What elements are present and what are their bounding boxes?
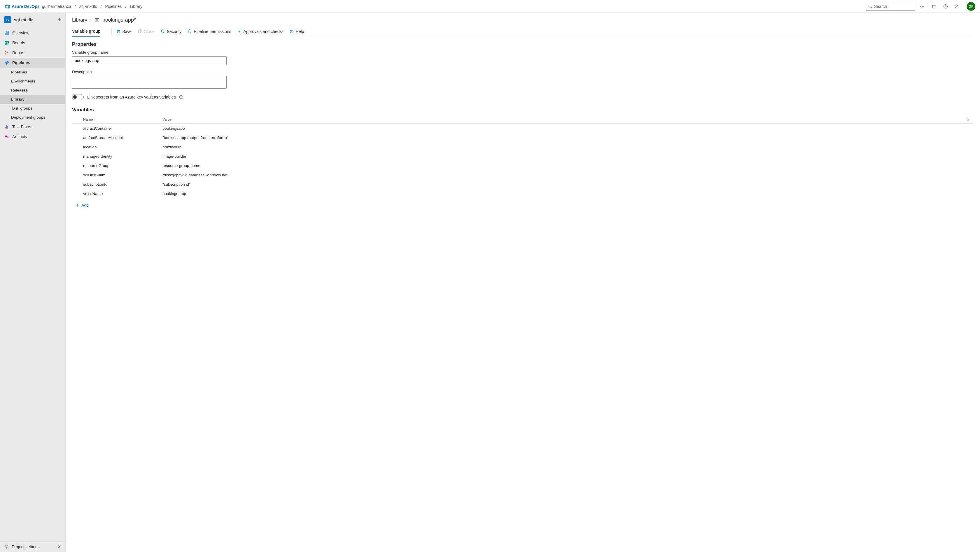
crumb-page[interactable]: Library bbox=[130, 4, 142, 9]
col-name-header[interactable]: Name ↑ bbox=[72, 117, 162, 122]
nav-overview[interactable]: Overview bbox=[0, 28, 65, 38]
crumb-sep: / bbox=[100, 4, 102, 9]
crumb-sep: / bbox=[75, 4, 76, 9]
nav-pipelines-sub[interactable]: Pipelines bbox=[0, 68, 65, 77]
library-link[interactable]: Library bbox=[72, 17, 87, 23]
pipeline-permissions-button[interactable]: Pipeline permissions bbox=[187, 27, 231, 36]
save-button[interactable]: Save bbox=[116, 27, 132, 36]
new-item-icon[interactable]: + bbox=[58, 17, 61, 23]
help-icon[interactable] bbox=[941, 2, 950, 11]
variable-value-cell: bookingsapp bbox=[162, 126, 962, 130]
variable-group-name-input[interactable] bbox=[72, 56, 227, 65]
svg-rect-7 bbox=[7, 32, 8, 32]
variables-table-body: artifactContainerbookingsappartifactStor… bbox=[72, 124, 974, 198]
tab-variable-group[interactable]: Variable group bbox=[72, 26, 100, 37]
variables-heading: Variables bbox=[72, 107, 974, 113]
help-button[interactable]: Help bbox=[290, 27, 304, 36]
variable-name-cell: resourceGroup bbox=[72, 163, 162, 168]
search-box[interactable] bbox=[865, 2, 915, 11]
overview-icon bbox=[4, 30, 10, 36]
svg-rect-19 bbox=[238, 30, 241, 33]
repos-icon bbox=[4, 50, 10, 56]
help-small-icon bbox=[290, 29, 294, 34]
nav-artifacts[interactable]: Artifacts bbox=[0, 132, 65, 142]
svg-rect-13 bbox=[7, 136, 8, 138]
link-keyvault-row: Link secrets from an Azure key vault as … bbox=[72, 94, 974, 100]
variable-value-cell: image-builder bbox=[162, 154, 962, 159]
add-variable-button[interactable]: Add bbox=[72, 203, 974, 208]
approvals-icon bbox=[237, 29, 242, 34]
nav-test-plans[interactable]: Test Plans bbox=[0, 122, 65, 132]
pipelines-icon bbox=[4, 60, 10, 65]
clone-button: Clone bbox=[137, 27, 154, 36]
nav-environments[interactable]: Environments bbox=[0, 77, 65, 86]
nav-repos-label: Repos bbox=[12, 51, 24, 55]
nav-releases[interactable]: Releases bbox=[0, 86, 65, 95]
col-lock-header bbox=[962, 117, 974, 122]
main-content: Library › bookings-app* Variable group S… bbox=[65, 13, 980, 552]
variable-group-icon bbox=[95, 18, 99, 22]
table-row[interactable]: locationbrazilsouth bbox=[72, 142, 974, 152]
svg-point-14 bbox=[6, 546, 7, 547]
table-row[interactable]: sqlDnsSuffixrdckkgopmkwi.database.window… bbox=[72, 170, 974, 179]
svg-rect-22 bbox=[967, 119, 969, 121]
gear-icon bbox=[4, 544, 9, 549]
approvals-button[interactable]: Approvals and checks bbox=[237, 27, 283, 36]
svg-rect-9 bbox=[5, 42, 6, 43]
description-input[interactable] bbox=[72, 76, 227, 89]
project-name: sql-mi-dtc bbox=[14, 17, 33, 22]
nav-pipelines-label: Pipelines bbox=[12, 60, 30, 65]
table-row[interactable]: subscriptionId"subscription id" bbox=[72, 179, 974, 189]
save-icon bbox=[116, 29, 121, 34]
avatar[interactable]: GF bbox=[967, 2, 975, 11]
variable-value-cell: rdckkgopmkwi.database.windows.net bbox=[162, 173, 962, 177]
nav-artifacts-label: Artifacts bbox=[12, 134, 27, 139]
col-value-header[interactable]: Value bbox=[162, 117, 962, 122]
page-breadcrumb: Library › bookings-app* bbox=[72, 17, 974, 23]
table-row[interactable]: vmssNamebookings-app bbox=[72, 189, 974, 198]
collapse-sidebar-icon[interactable] bbox=[57, 544, 61, 549]
properties-heading: Properties bbox=[72, 41, 974, 47]
nav-library[interactable]: Library bbox=[0, 95, 65, 104]
crumb-sep: / bbox=[125, 4, 126, 9]
nav-boards[interactable]: Boards bbox=[0, 38, 65, 48]
user-settings-icon[interactable] bbox=[953, 2, 962, 11]
nav-pipelines[interactable]: Pipelines bbox=[0, 58, 65, 68]
table-row[interactable]: managedIdentityimage-builder bbox=[72, 152, 974, 161]
clone-icon bbox=[137, 29, 142, 34]
info-icon[interactable] bbox=[179, 95, 183, 99]
nav-repos[interactable]: Repos bbox=[0, 48, 65, 58]
variable-name-cell: managedIdentity bbox=[72, 154, 162, 159]
variable-value-cell: bookings-app bbox=[162, 192, 962, 196]
sort-arrow-icon: ↑ bbox=[94, 117, 95, 122]
svg-line-1 bbox=[871, 7, 872, 8]
variable-name-cell: location bbox=[72, 145, 162, 149]
divider bbox=[111, 28, 112, 35]
project-switcher[interactable]: S sql-mi-dtc + bbox=[0, 13, 65, 27]
plus-icon bbox=[76, 203, 80, 207]
marketplace-icon[interactable] bbox=[929, 2, 939, 11]
command-bar: Variable group Save Clone Security Pipel… bbox=[72, 26, 974, 37]
name-label: Variable group name bbox=[72, 50, 974, 54]
task-list-icon[interactable] bbox=[918, 2, 927, 11]
nav-list: Overview Boards Repos Pipelines Pipeline… bbox=[0, 27, 65, 143]
nav-boards-label: Boards bbox=[12, 41, 25, 45]
table-row[interactable]: artifactStorageAccount"bookingsapp (outp… bbox=[72, 133, 974, 142]
crumb-section[interactable]: Pipelines bbox=[105, 4, 122, 9]
product-link[interactable]: Azure DevOps bbox=[5, 4, 40, 9]
svg-rect-16 bbox=[118, 32, 119, 33]
variable-name-cell: sqlDnsSuffix bbox=[72, 173, 162, 177]
project-badge: S bbox=[4, 16, 11, 23]
table-row[interactable]: resourceGroupresource-group-name bbox=[72, 161, 974, 170]
boards-icon bbox=[4, 40, 10, 46]
svg-point-3 bbox=[956, 5, 958, 6]
lock-icon bbox=[966, 117, 969, 121]
crumb-project[interactable]: sql-mi-dtc bbox=[80, 4, 97, 9]
link-keyvault-toggle[interactable] bbox=[72, 94, 84, 100]
security-button[interactable]: Security bbox=[161, 27, 182, 36]
nav-deployment-groups[interactable]: Deployment groups bbox=[0, 113, 65, 122]
nav-task-groups[interactable]: Task groups bbox=[0, 104, 65, 113]
crumb-org[interactable]: guilhermefranca bbox=[42, 4, 71, 9]
project-settings[interactable]: Project settings bbox=[0, 541, 65, 552]
table-row[interactable]: artifactContainerbookingsapp bbox=[72, 124, 974, 133]
